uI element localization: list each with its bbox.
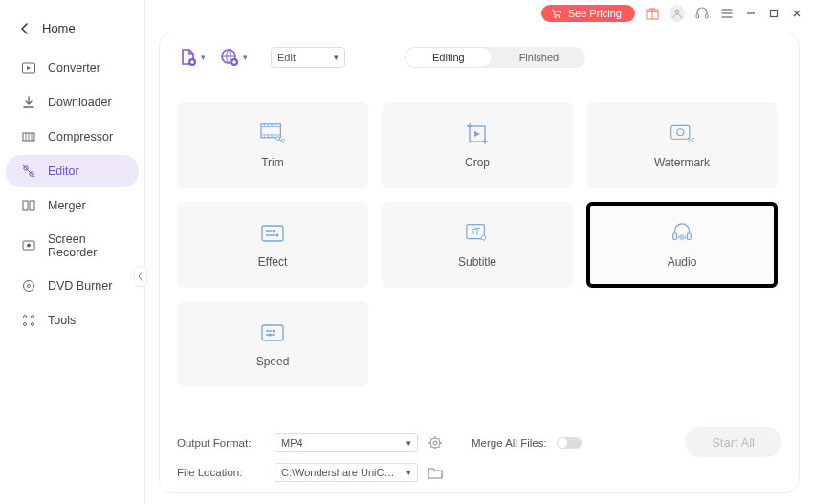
tile-label: Speed [256,355,290,368]
footer-row-1: Output Format: MP4 ▾ Merge All Files: St… [177,420,781,457]
sidebar-item-downloader[interactable]: Downloader [6,86,139,119]
editor-icon [21,164,36,179]
converter-icon [21,60,36,76]
svg-rect-4 [23,201,28,210]
svg-point-40 [269,334,272,337]
svg-point-32 [273,230,275,233]
sidebar-item-tools[interactable]: Tools [6,304,139,337]
svg-point-11 [32,316,34,318]
svg-rect-19 [696,14,699,18]
speed-icon [260,320,285,345]
close-button[interactable] [790,7,803,20]
audio-icon [670,221,694,246]
svg-rect-21 [771,11,778,17]
svg-point-12 [24,323,27,326]
chevron-down-icon: ▾ [334,53,339,62]
tool-grid: Trim Crop Watermark Effect [177,102,781,387]
sidebar-item-label: Editor [48,164,79,178]
edit-select-value: Edit [277,52,296,63]
output-format-value: MP4 [281,437,303,449]
avatar-icon[interactable] [670,6,685,21]
svg-rect-25 [261,124,280,138]
tile-label: Trim [261,156,284,169]
gift-icon[interactable] [645,6,660,21]
content-card: ▾ ▾ Edit ▾ Editing Finished [159,33,800,493]
segment-control: Editing Finished [405,47,585,68]
sidebar-item-screen-recorder[interactable]: Screen Recorder [6,224,139,268]
tile-crop[interactable]: Crop [382,102,573,188]
start-all-button[interactable]: Start All [685,427,781,457]
file-location-label: File Location: [177,467,265,478]
svg-point-15 [558,16,560,18]
file-location-select[interactable]: C:\Wondershare UniConverter 1 ▾ [275,463,418,482]
sidebar-item-dvd-burner[interactable]: DVD Burner [6,270,139,302]
chevron-down-icon: ▾ [243,53,248,62]
sidebar-item-label: Screen Recorder [48,232,123,259]
dvd-burner-icon [21,278,36,294]
toolbar: ▾ ▾ Edit ▾ Editing Finished [177,47,781,68]
compressor-icon [21,129,36,144]
edit-select[interactable]: Edit ▾ [271,47,345,68]
hamburger-icon[interactable] [719,6,735,21]
output-format-label: Output Format: [177,437,265,449]
tile-subtitle[interactable]: T Subtitle [382,202,573,288]
sidebar-item-converter[interactable]: Converter [6,52,139,84]
tile-speed[interactable]: Speed [177,301,368,387]
merge-toggle[interactable] [557,437,582,449]
file-location-value: C:\Wondershare UniConverter 1 [281,467,396,478]
see-pricing-button[interactable]: See Pricing [541,5,635,22]
subtitle-icon: T [465,221,490,246]
svg-point-10 [24,316,27,318]
watermark-icon [670,121,694,146]
sidebar-item-editor[interactable]: Editor [6,155,139,187]
svg-point-33 [276,234,279,237]
downloader-icon [21,95,36,110]
home-button[interactable]: Home [0,11,144,51]
output-format-select[interactable]: MP4 ▾ [275,433,418,452]
chevron-down-icon: ▾ [201,53,206,62]
crop-icon [465,121,490,146]
tab-editing[interactable]: Editing [405,47,493,68]
svg-rect-37 [688,233,692,240]
tile-watermark[interactable]: Watermark [586,102,778,188]
collapse-sidebar-button[interactable] [134,266,147,287]
svg-point-14 [554,16,556,18]
tile-label: Effect [258,255,287,269]
folder-icon[interactable] [428,466,443,479]
sidebar: Home Converter Downloader Compressor Edi… [0,0,145,504]
sidebar-item-merger[interactable]: Merger [6,189,139,222]
headset-icon[interactable] [694,6,710,21]
svg-rect-29 [671,125,690,139]
tile-label: Subtitle [458,255,496,269]
footer-row-2: File Location: C:\Wondershare UniConvert… [177,463,781,482]
add-url-button[interactable]: ▾ [219,47,248,68]
svg-rect-31 [262,226,283,241]
maximize-button[interactable] [767,7,780,20]
svg-rect-20 [706,14,709,18]
chevron-down-icon: ▾ [406,468,411,477]
trim-icon [260,121,285,146]
tile-label: Crop [465,156,490,169]
settings-icon[interactable] [428,435,443,450]
chevron-left-icon [21,23,29,34]
svg-rect-36 [673,233,677,240]
main: See Pricing ▾ [145,0,813,504]
svg-point-42 [433,441,437,445]
svg-point-30 [677,129,684,136]
tile-label: Audio [668,255,697,269]
sidebar-item-compressor[interactable]: Compressor [6,121,139,153]
chevron-down-icon: ▾ [406,438,411,448]
tile-effect[interactable]: Effect [177,202,368,288]
minimize-button[interactable] [744,7,758,20]
tile-audio[interactable]: Audio [586,202,778,288]
tools-icon [21,313,36,328]
add-file-icon [177,47,198,68]
tab-finished[interactable]: Finished [493,47,586,68]
pricing-label: See Pricing [568,8,622,19]
sidebar-item-label: Tools [48,314,76,327]
tile-trim[interactable]: Trim [177,102,368,188]
screen-recorder-icon [21,238,36,253]
sidebar-item-label: Compressor [48,130,113,143]
add-file-button[interactable]: ▾ [177,47,206,68]
add-url-icon [219,47,240,68]
